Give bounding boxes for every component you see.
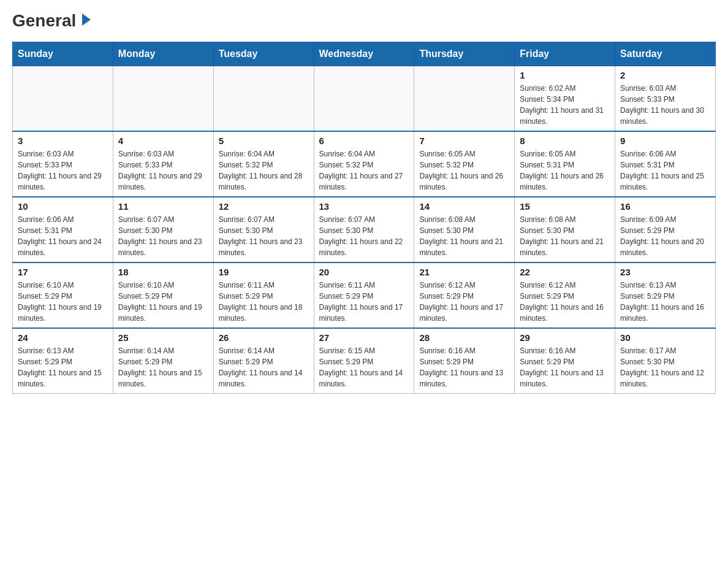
sun-info: Sunrise: 6:06 AMSunset: 5:31 PMDaylight:… xyxy=(18,214,108,258)
weekday-header-thursday: Thursday xyxy=(414,42,515,66)
calendar-cell: 20Sunrise: 6:11 AMSunset: 5:29 PMDayligh… xyxy=(314,262,414,328)
day-number: 7 xyxy=(419,136,509,146)
calendar-cell: 30Sunrise: 6:17 AMSunset: 5:30 PMDayligh… xyxy=(615,328,716,394)
calendar-cell: 28Sunrise: 6:16 AMSunset: 5:29 PMDayligh… xyxy=(414,328,515,394)
day-number: 20 xyxy=(319,267,409,277)
calendar-cell: 1Sunrise: 6:02 AMSunset: 5:34 PMDaylight… xyxy=(515,66,615,132)
day-number: 11 xyxy=(118,201,208,212)
calendar-cell: 15Sunrise: 6:08 AMSunset: 5:30 PMDayligh… xyxy=(515,197,615,262)
sun-info: Sunrise: 6:16 AMSunset: 5:29 PMDaylight:… xyxy=(419,345,509,389)
sun-info: Sunrise: 6:16 AMSunset: 5:29 PMDaylight:… xyxy=(520,345,610,389)
calendar-cell: 11Sunrise: 6:07 AMSunset: 5:30 PMDayligh… xyxy=(113,197,213,262)
day-number: 28 xyxy=(419,332,509,343)
day-number: 25 xyxy=(118,332,208,343)
calendar-cell: 2Sunrise: 6:03 AMSunset: 5:33 PMDaylight… xyxy=(615,66,716,132)
logo-arrow-icon xyxy=(76,11,93,28)
calendar-cell: 24Sunrise: 6:13 AMSunset: 5:29 PMDayligh… xyxy=(13,328,113,394)
sun-info: Sunrise: 6:13 AMSunset: 5:29 PMDaylight:… xyxy=(18,345,108,389)
weekday-header-tuesday: Tuesday xyxy=(213,42,314,66)
calendar-cell: 18Sunrise: 6:10 AMSunset: 5:29 PMDayligh… xyxy=(113,262,213,328)
calendar-cell: 29Sunrise: 6:16 AMSunset: 5:29 PMDayligh… xyxy=(515,328,615,394)
calendar-cell: 14Sunrise: 6:08 AMSunset: 5:30 PMDayligh… xyxy=(414,197,515,262)
sun-info: Sunrise: 6:13 AMSunset: 5:29 PMDaylight:… xyxy=(620,280,710,324)
calendar-header-row: SundayMondayTuesdayWednesdayThursdayFrid… xyxy=(13,42,716,66)
calendar-cell: 27Sunrise: 6:15 AMSunset: 5:29 PMDayligh… xyxy=(314,328,414,394)
calendar-cell: 16Sunrise: 6:09 AMSunset: 5:29 PMDayligh… xyxy=(615,197,716,262)
day-number: 12 xyxy=(219,201,309,212)
calendar-week-row: 17Sunrise: 6:10 AMSunset: 5:29 PMDayligh… xyxy=(13,262,716,328)
calendar-cell: 7Sunrise: 6:05 AMSunset: 5:32 PMDaylight… xyxy=(414,131,515,197)
sun-info: Sunrise: 6:08 AMSunset: 5:30 PMDaylight:… xyxy=(419,214,509,258)
calendar-cell: 13Sunrise: 6:07 AMSunset: 5:30 PMDayligh… xyxy=(314,197,414,262)
weekday-header-friday: Friday xyxy=(515,42,615,66)
sun-info: Sunrise: 6:12 AMSunset: 5:29 PMDaylight:… xyxy=(520,280,610,324)
sun-info: Sunrise: 6:14 AMSunset: 5:29 PMDaylight:… xyxy=(118,345,208,389)
sun-info: Sunrise: 6:09 AMSunset: 5:29 PMDaylight:… xyxy=(620,214,710,258)
day-number: 18 xyxy=(118,267,208,277)
calendar-cell: 12Sunrise: 6:07 AMSunset: 5:30 PMDayligh… xyxy=(213,197,314,262)
calendar-cell: 23Sunrise: 6:13 AMSunset: 5:29 PMDayligh… xyxy=(615,262,716,328)
sun-info: Sunrise: 6:05 AMSunset: 5:31 PMDaylight:… xyxy=(520,148,610,193)
calendar-cell: 4Sunrise: 6:03 AMSunset: 5:33 PMDaylight… xyxy=(113,131,213,197)
calendar-cell: 26Sunrise: 6:14 AMSunset: 5:29 PMDayligh… xyxy=(213,328,314,394)
sun-info: Sunrise: 6:04 AMSunset: 5:32 PMDaylight:… xyxy=(219,148,309,193)
calendar-cell xyxy=(13,66,113,132)
sun-info: Sunrise: 6:03 AMSunset: 5:33 PMDaylight:… xyxy=(18,148,108,193)
weekday-header-monday: Monday xyxy=(113,42,213,66)
logo-text-general: General xyxy=(12,12,76,29)
logo: General xyxy=(12,12,93,29)
day-number: 16 xyxy=(620,201,710,212)
calendar-week-row: 3Sunrise: 6:03 AMSunset: 5:33 PMDaylight… xyxy=(13,131,716,197)
calendar-week-row: 24Sunrise: 6:13 AMSunset: 5:29 PMDayligh… xyxy=(13,328,716,394)
day-number: 22 xyxy=(520,267,610,277)
calendar-cell: 22Sunrise: 6:12 AMSunset: 5:29 PMDayligh… xyxy=(515,262,615,328)
calendar-cell: 3Sunrise: 6:03 AMSunset: 5:33 PMDaylight… xyxy=(13,131,113,197)
calendar-cell xyxy=(213,66,314,132)
sun-info: Sunrise: 6:08 AMSunset: 5:30 PMDaylight:… xyxy=(520,214,610,258)
sun-info: Sunrise: 6:05 AMSunset: 5:32 PMDaylight:… xyxy=(419,148,509,193)
calendar-cell: 10Sunrise: 6:06 AMSunset: 5:31 PMDayligh… xyxy=(13,197,113,262)
sun-info: Sunrise: 6:03 AMSunset: 5:33 PMDaylight:… xyxy=(118,148,208,193)
day-number: 5 xyxy=(219,136,309,146)
day-number: 17 xyxy=(18,267,108,277)
weekday-header-saturday: Saturday xyxy=(615,42,716,66)
day-number: 1 xyxy=(520,70,610,80)
svg-marker-0 xyxy=(82,13,91,26)
sun-info: Sunrise: 6:14 AMSunset: 5:29 PMDaylight:… xyxy=(219,345,309,389)
day-number: 8 xyxy=(520,136,610,146)
sun-info: Sunrise: 6:10 AMSunset: 5:29 PMDaylight:… xyxy=(18,280,108,324)
day-number: 15 xyxy=(520,201,610,212)
sun-info: Sunrise: 6:17 AMSunset: 5:30 PMDaylight:… xyxy=(620,345,710,389)
calendar-cell xyxy=(414,66,515,132)
day-number: 4 xyxy=(118,136,208,146)
day-number: 6 xyxy=(319,136,409,146)
weekday-header-sunday: Sunday xyxy=(13,42,113,66)
calendar-cell xyxy=(113,66,213,132)
day-number: 9 xyxy=(620,136,710,146)
day-number: 3 xyxy=(18,136,108,146)
sun-info: Sunrise: 6:03 AMSunset: 5:33 PMDaylight:… xyxy=(620,83,710,127)
sun-info: Sunrise: 6:11 AMSunset: 5:29 PMDaylight:… xyxy=(219,280,309,324)
sun-info: Sunrise: 6:12 AMSunset: 5:29 PMDaylight:… xyxy=(419,280,509,324)
calendar-cell: 6Sunrise: 6:04 AMSunset: 5:32 PMDaylight… xyxy=(314,131,414,197)
day-number: 29 xyxy=(520,332,610,343)
sun-info: Sunrise: 6:10 AMSunset: 5:29 PMDaylight:… xyxy=(118,280,208,324)
day-number: 2 xyxy=(620,70,710,80)
sun-info: Sunrise: 6:07 AMSunset: 5:30 PMDaylight:… xyxy=(319,214,409,258)
day-number: 19 xyxy=(219,267,309,277)
day-number: 27 xyxy=(319,332,409,343)
calendar-cell: 19Sunrise: 6:11 AMSunset: 5:29 PMDayligh… xyxy=(213,262,314,328)
sun-info: Sunrise: 6:15 AMSunset: 5:29 PMDaylight:… xyxy=(319,345,409,389)
sun-info: Sunrise: 6:02 AMSunset: 5:34 PMDaylight:… xyxy=(520,83,610,127)
sun-info: Sunrise: 6:07 AMSunset: 5:30 PMDaylight:… xyxy=(219,214,309,258)
calendar-table: SundayMondayTuesdayWednesdayThursdayFrid… xyxy=(12,42,716,394)
calendar-cell: 25Sunrise: 6:14 AMSunset: 5:29 PMDayligh… xyxy=(113,328,213,394)
day-number: 13 xyxy=(319,201,409,212)
day-number: 30 xyxy=(620,332,710,343)
page-header: General xyxy=(12,12,716,29)
calendar-cell: 21Sunrise: 6:12 AMSunset: 5:29 PMDayligh… xyxy=(414,262,515,328)
weekday-header-wednesday: Wednesday xyxy=(314,42,414,66)
day-number: 10 xyxy=(18,201,108,212)
calendar-cell: 17Sunrise: 6:10 AMSunset: 5:29 PMDayligh… xyxy=(13,262,113,328)
sun-info: Sunrise: 6:11 AMSunset: 5:29 PMDaylight:… xyxy=(319,280,409,324)
